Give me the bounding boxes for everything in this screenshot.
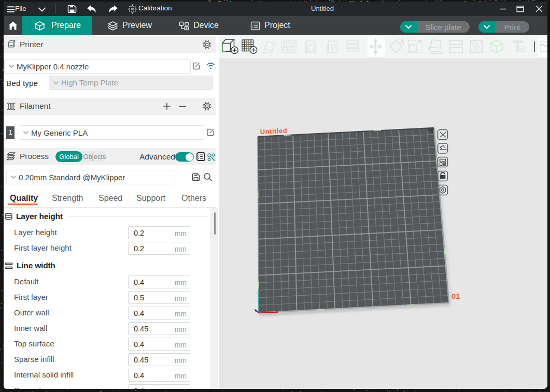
svg-text:Untitled: Untitled — [260, 127, 287, 136]
svg-text:01: 01 — [452, 292, 460, 300]
